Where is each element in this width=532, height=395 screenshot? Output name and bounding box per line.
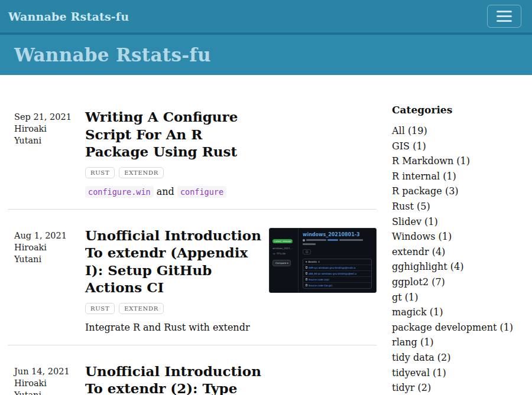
inline-code: configure bbox=[177, 186, 226, 198]
release-title: windows_20210801-3 bbox=[303, 232, 372, 237]
release-main: windows_20210801-3 ☺ ▾ Assets bbox=[299, 228, 376, 292]
file-icon bbox=[306, 272, 307, 275]
page-body: Sep 21, 2021 Hiroaki Yutani Writing A Co… bbox=[0, 75, 532, 395]
avatar bbox=[303, 239, 305, 241]
post-content: Writing A Configure Script For An R Pack… bbox=[85, 108, 264, 197]
post-description: Integrate R and Rust with extendr bbox=[85, 322, 264, 333]
categories-list: All (19) GIS (1) R Markdown (1) R intern… bbox=[392, 123, 526, 395]
category-item[interactable]: package development (1) bbox=[392, 320, 526, 335]
post-content: Unofficial Introduction To extendr (Appe… bbox=[85, 227, 264, 333]
release-meta-bar bbox=[306, 239, 326, 241]
category-item[interactable]: R internal (1) bbox=[392, 169, 526, 184]
latest-release-badge: Latest release bbox=[273, 239, 293, 243]
categories-heading: Categories bbox=[392, 104, 526, 116]
file-icon bbox=[306, 278, 307, 280]
category-item[interactable]: GIS (1) bbox=[392, 139, 526, 154]
categories-sidebar: Categories All (19) GIS (1) R Markdown (… bbox=[377, 75, 532, 395]
asset-link: Source code (tar.gz) bbox=[303, 282, 371, 288]
chevron-down-icon: ▾ bbox=[306, 260, 307, 263]
file-icon bbox=[306, 284, 307, 286]
hamburger-icon bbox=[497, 20, 512, 22]
category-item[interactable]: rlang (1) bbox=[392, 335, 526, 350]
assets-label: Assets bbox=[308, 260, 317, 263]
tag-chip[interactable]: RUST bbox=[85, 303, 115, 314]
post-divider bbox=[8, 209, 377, 210]
posts-list: Sep 21, 2021 Hiroaki Yutani Writing A Co… bbox=[8, 75, 377, 395]
reaction-button: ☺ bbox=[303, 249, 311, 254]
tag-chip[interactable]: EXTENDR bbox=[119, 303, 164, 314]
post-item: Sep 21, 2021 Hiroaki Yutani Writing A Co… bbox=[8, 108, 377, 197]
release-sidebar: Latest release windows_2021... -o- 771c3… bbox=[270, 228, 299, 292]
assets-count: 4 bbox=[318, 260, 320, 263]
category-item[interactable]: R Markdown (1) bbox=[392, 154, 526, 169]
category-item[interactable]: ggplot2 (7) bbox=[392, 275, 526, 290]
asset-name: Source code (tar.gz) bbox=[309, 284, 332, 287]
category-item[interactable]: tidy data (2) bbox=[392, 350, 526, 365]
post-date: Jun 14, 2021 bbox=[14, 365, 85, 377]
category-item[interactable]: R package (3) bbox=[392, 184, 526, 199]
post-meta: Jun 14, 2021 Hiroaki Yutani bbox=[14, 363, 85, 395]
post-description: configure.win and configure bbox=[85, 186, 264, 197]
release-meta-bar bbox=[303, 243, 316, 245]
release-meta-row bbox=[303, 239, 372, 241]
post-date: Aug 1, 2021 bbox=[14, 230, 85, 241]
post-tags: RUST EXTENDR bbox=[85, 303, 264, 314]
hamburger-icon bbox=[497, 15, 512, 17]
post-item: Jun 14, 2021 Hiroaki Yutani Unofficial I… bbox=[8, 363, 377, 395]
site-header: Wannabe Rstats-fu bbox=[0, 35, 532, 75]
asset-link: Source code (zip) bbox=[303, 276, 371, 282]
post-meta: Aug 1, 2021 Hiroaki Yutani bbox=[14, 227, 85, 333]
category-item[interactable]: Windows (1) bbox=[392, 229, 526, 244]
assets-header: ▾ Assets 4 bbox=[303, 259, 371, 265]
hamburger-icon bbox=[497, 11, 512, 12]
post-title-link[interactable]: Unofficial Introduction To extendr (2): … bbox=[85, 363, 264, 395]
asset-link: x86_64-pc-windows-gnu-bindings@ext.a bbox=[303, 270, 371, 276]
post-meta: Sep 21, 2021 Hiroaki Yutani bbox=[14, 108, 85, 197]
category-item[interactable]: Rust (5) bbox=[392, 199, 526, 214]
post-divider bbox=[8, 345, 377, 345]
top-navbar: Wannabe Rstats-fu bbox=[0, 0, 532, 35]
post-title-link[interactable]: Writing A Configure Script For An R Pack… bbox=[85, 108, 264, 161]
category-item[interactable]: tidyeval (1) bbox=[392, 365, 526, 381]
asset-name: libR-sys-windows-gnu-bindings@main.a bbox=[309, 266, 355, 269]
category-item[interactable]: Slidev (1) bbox=[392, 214, 526, 230]
file-icon bbox=[306, 266, 307, 269]
category-item[interactable]: magick (1) bbox=[392, 305, 526, 320]
post-title-link[interactable]: Unofficial Introduction To extendr (Appe… bbox=[85, 227, 264, 296]
post-date: Sep 21, 2021 bbox=[14, 111, 85, 123]
asset-name: Source code (zip) bbox=[309, 278, 329, 281]
inline-code: configure.win bbox=[85, 186, 154, 198]
navbar-toggler-button[interactable] bbox=[487, 5, 521, 28]
post-item: Aug 1, 2021 Hiroaki Yutani Unofficial In… bbox=[8, 227, 377, 333]
category-item[interactable]: gghighlight (4) bbox=[392, 259, 526, 275]
release-commit: -o- 771c36 bbox=[273, 252, 296, 255]
category-item[interactable]: All (19) bbox=[392, 123, 526, 139]
category-item[interactable]: extendr (4) bbox=[392, 244, 526, 260]
tag-chip[interactable]: RUST bbox=[85, 167, 115, 178]
assets-box: ▾ Assets 4 libR-sys-windows-gnu-bindings… bbox=[303, 259, 372, 289]
post-thumbnail[interactable]: Latest release windows_2021... -o- 771c3… bbox=[269, 228, 377, 293]
category-item[interactable]: gt (1) bbox=[392, 290, 526, 305]
compare-button: Compare ▾ bbox=[273, 260, 291, 266]
tag-chip[interactable]: EXTENDR bbox=[119, 167, 164, 178]
post-author: Hiroaki Yutani bbox=[14, 123, 51, 146]
release-run-row bbox=[303, 243, 372, 245]
description-text: and bbox=[154, 186, 177, 197]
post-content: Unofficial Introduction To extendr (2): … bbox=[85, 363, 264, 395]
navbar-brand[interactable]: Wannabe Rstats-fu bbox=[8, 10, 129, 23]
asset-name: x86_64-pc-windows-gnu-bindings@ext.a bbox=[309, 272, 356, 275]
release-tag-name: windows_2021... bbox=[273, 247, 296, 250]
release-meta-bar bbox=[339, 239, 363, 241]
post-author: Hiroaki Yutani bbox=[14, 377, 51, 395]
post-author: Hiroaki Yutani bbox=[14, 241, 51, 265]
asset-link: libR-sys-windows-gnu-bindings@main.a bbox=[303, 265, 371, 270]
category-item[interactable]: tidyr (2) bbox=[392, 380, 526, 395]
post-tags: RUST EXTENDR bbox=[85, 167, 264, 178]
release-meta-bar bbox=[327, 239, 338, 241]
site-title: Wannabe Rstats-fu bbox=[14, 44, 211, 66]
